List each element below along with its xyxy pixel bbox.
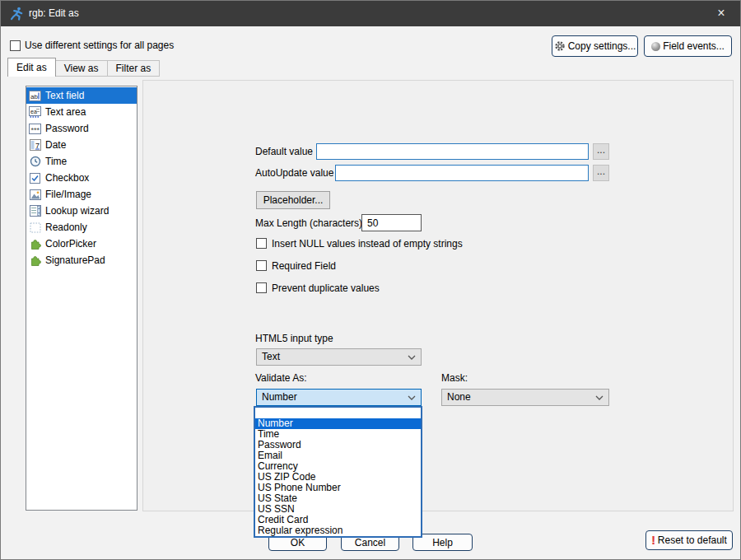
field-type-date[interactable]: 7 Date [26,137,137,153]
puzzle-icon [29,238,41,250]
dropdown-option-us-zip-code[interactable]: US ZIP Code [255,472,421,483]
use-different-settings-label: Use different settings for all pages [25,40,174,51]
autoupdate-value-browse-button[interactable]: ... [593,165,609,181]
reset-to-default-label: Reset to default [658,534,727,546]
mask-select[interactable]: None [441,389,609,406]
insert-null-checkbox[interactable] [256,238,267,249]
field-type-label: Checkbox [45,172,89,184]
help-label: Help [432,537,453,548]
ok-label: OK [291,537,305,548]
dropdown-option-password[interactable]: Password [255,440,421,450]
mask-value: None [447,391,471,403]
field-type-label: File/Image [45,189,91,200]
puzzle-icon [29,254,41,266]
svg-text:ab: ab [30,92,38,100]
field-type-checkbox[interactable]: Checkbox [26,170,137,186]
sphere-icon [651,42,660,51]
title-bar: rgb: Edit as × [1,1,740,26]
dropdown-option-number[interactable]: Number [255,418,421,429]
default-value-label: Default value [255,147,313,157]
field-type-time[interactable]: Time [26,153,137,170]
placeholder-button[interactable]: Placeholder... [256,191,330,209]
mask-label: Mask: [441,373,468,384]
copy-settings-button[interactable]: Copy settings... [552,35,638,57]
default-value-browse-button[interactable]: ... [593,143,609,160]
html5-input-type-label: HTML5 input type [255,334,333,344]
validate-as-dropdown-list: Number Time Password Email Currency US Z… [254,406,422,538]
dropdown-option-us-ssn[interactable]: US SSN [255,504,421,515]
tab-strip: Edit as View as Filter as [7,58,160,77]
svg-text:***: *** [31,126,40,134]
readonly-dashed-box-icon [29,222,41,233]
field-type-label: Password [45,123,89,134]
field-type-label: Readonly [45,222,87,233]
app-runner-icon [9,6,25,21]
field-type-password[interactable]: *** Password [26,120,137,137]
required-field-checkbox[interactable] [256,260,267,271]
field-events-label: Field events... [663,40,725,52]
field-type-readonly[interactable]: Readonly [26,219,137,236]
calendar-icon: 7 [29,139,41,151]
lookup-list-icon [29,205,41,217]
required-field-label: Required Field [272,261,336,272]
reset-to-default-button[interactable]: ! Reset to default [645,530,733,550]
text-area-icon: ea [29,106,41,118]
autoupdate-value-input[interactable] [335,165,589,181]
insert-null-label: Insert NULL values instead of empty stri… [272,239,463,250]
dropdown-option-time[interactable]: Time [255,429,421,440]
dropdown-option-regular-expression[interactable]: Regular expression [255,525,421,536]
field-type-file-image[interactable]: File/Image [26,186,137,203]
field-type-label: Date [45,139,66,151]
dropdown-option-email[interactable]: Email [255,450,421,461]
default-value-input[interactable] [316,143,589,160]
field-type-lookup-wizard[interactable]: Lookup wizard [26,203,137,219]
field-events-button[interactable]: Field events... [644,35,732,57]
cancel-label: Cancel [355,537,385,548]
password-icon: *** [29,123,41,134]
dropdown-option-blank[interactable] [255,408,421,418]
html5-input-type-select[interactable]: Text [256,348,422,366]
window-title: rgb: Edit as [29,1,79,26]
warning-exclamation-icon: ! [651,534,655,546]
autoupdate-value-label: AutoUpdate value [255,168,333,179]
gear-icon [554,40,566,52]
field-type-label: SignaturePad [45,254,105,266]
max-length-input[interactable] [361,214,422,231]
dropdown-option-currency[interactable]: Currency [255,461,421,472]
field-type-list: ab Text field ea Text area *** Password … [26,86,137,511]
field-type-text-area[interactable]: ea Text area [26,104,137,120]
tab-view-as[interactable]: View as [55,60,108,77]
prevent-duplicates-label: Prevent duplicate values [272,283,380,294]
html5-input-type-value: Text [262,351,280,362]
copy-settings-label: Copy settings... [568,40,636,52]
chevron-down-icon [408,355,416,361]
text-field-icon: ab [29,90,41,101]
svg-text:ea: ea [30,109,37,114]
validate-as-select[interactable]: Number [256,389,422,406]
field-type-label: Text area [45,106,86,118]
tab-edit-as[interactable]: Edit as [7,58,56,77]
field-type-label: ColorPicker [45,238,96,250]
close-icon[interactable]: × [702,1,740,26]
chevron-down-icon [408,395,416,401]
field-type-label: Lookup wizard [45,205,109,217]
image-icon [29,189,41,200]
chevron-down-icon [595,395,604,401]
field-type-label: Time [45,156,67,167]
dialog-window: rgb: Edit as × Use different settings fo… [0,0,741,560]
dropdown-option-us-state[interactable]: US State [255,493,421,504]
field-type-colorpicker[interactable]: ColorPicker [26,236,137,252]
validate-as-value: Number [262,391,297,403]
dropdown-option-credit-card[interactable]: Credit Card [255,515,421,525]
tab-filter-as[interactable]: Filter as [107,60,161,77]
max-length-label: Max Length (characters): [255,218,365,229]
dropdown-option-us-phone-number[interactable]: US Phone Number [255,483,421,493]
use-different-settings-checkbox[interactable] [10,40,21,51]
prevent-duplicates-checkbox[interactable] [256,282,267,293]
field-type-label: Text field [45,90,84,101]
field-type-text-field[interactable]: ab Text field [26,87,137,104]
validate-as-label: Validate As: [255,373,306,384]
field-type-signaturepad[interactable]: SignaturePad [26,252,137,268]
checkbox-icon [29,172,41,184]
clock-icon [29,156,41,167]
